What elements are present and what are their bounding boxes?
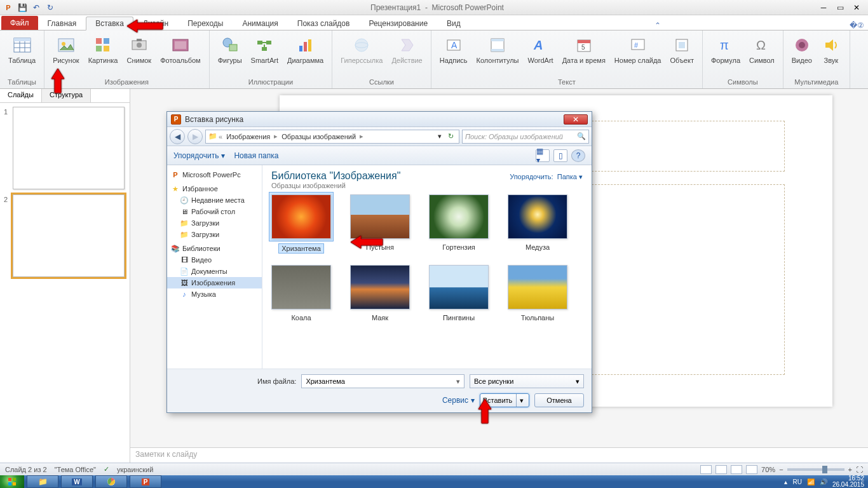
- file-item-tulips[interactable]: Тюльпаны: [508, 265, 567, 322]
- tab-animations[interactable]: Анимация: [233, 16, 287, 30]
- zoom-in-button[interactable]: +: [848, 466, 852, 473]
- tree-videos[interactable]: 🎞Видео: [167, 254, 262, 266]
- breadcrumb-sub[interactable]: Образцы изображений: [279, 133, 358, 140]
- tree-recent-places[interactable]: 🕘Недавние места: [167, 194, 262, 206]
- maximize-button[interactable]: ▭: [832, 2, 848, 13]
- chart-button[interactable]: Диаграмма: [283, 32, 328, 67]
- tree-desktop[interactable]: 🖥Рабочий стол: [167, 206, 262, 217]
- slidenum-button[interactable]: #Номер слайда: [610, 32, 666, 67]
- cancel-button[interactable]: Отмена: [534, 393, 584, 407]
- tab-home[interactable]: Главная: [38, 16, 86, 30]
- slideshow-view-button[interactable]: [746, 465, 757, 474]
- tree-music[interactable]: ♪Музыка: [167, 288, 262, 300]
- spellcheck-icon[interactable]: ✓: [104, 465, 109, 473]
- zoom-fit-button[interactable]: ⛶: [856, 466, 863, 473]
- start-button[interactable]: [0, 475, 24, 488]
- minimize-button[interactable]: ─: [816, 2, 831, 13]
- notes-pane[interactable]: Заметки к слайду: [130, 447, 868, 463]
- file-item-lighthouse[interactable]: Маяк: [350, 265, 410, 322]
- object-button[interactable]: Объект: [666, 32, 698, 67]
- insert-dropdown-icon[interactable]: ▾: [516, 394, 526, 407]
- taskbar-chrome[interactable]: [95, 475, 127, 488]
- help-dialog-button[interactable]: ?: [571, 149, 585, 162]
- nav-back-button[interactable]: ◀: [170, 129, 185, 144]
- preview-pane-button[interactable]: ▯: [553, 149, 567, 162]
- smartart-button[interactable]: SmartArt: [247, 32, 283, 67]
- organize-button[interactable]: Упорядочить ▾: [173, 151, 225, 160]
- tab-transitions[interactable]: Переходы: [178, 16, 233, 30]
- tree-favorites[interactable]: ★Избранное: [167, 180, 262, 194]
- insert-button[interactable]: Вставить▾: [480, 393, 529, 407]
- tray-expand-icon[interactable]: ▴: [784, 478, 787, 485]
- tree-documents[interactable]: 📄Документы: [167, 266, 262, 277]
- tools-button[interactable]: Сервис ▾: [442, 396, 475, 405]
- file-item-jellyfish[interactable]: Медуза: [508, 194, 567, 254]
- tree-recent-app[interactable]: PMicrosoft PowerPc: [167, 169, 262, 180]
- file-item-desert[interactable]: Пустыня: [350, 194, 410, 254]
- normal-view-button[interactable]: [700, 465, 712, 474]
- dialog-close-button[interactable]: ✕: [564, 114, 588, 125]
- hyperlink-button[interactable]: Гиперссылка: [336, 32, 387, 67]
- tree-downloads-2[interactable]: 📁Загрузки: [167, 229, 262, 240]
- zoom-slider[interactable]: [787, 468, 844, 471]
- shapes-button[interactable]: Фигуры: [214, 32, 247, 67]
- reading-view-button[interactable]: [731, 465, 742, 474]
- undo-button[interactable]: ↶: [31, 2, 42, 13]
- action-button[interactable]: Действие: [387, 32, 426, 67]
- breadcrumb-root[interactable]: Изображения: [224, 133, 273, 140]
- file-item-chrysanthemum[interactable]: Хризантема: [271, 194, 331, 254]
- audio-button[interactable]: Звук: [817, 32, 846, 67]
- file-item-koala[interactable]: Коала: [271, 265, 331, 322]
- datetime-button[interactable]: 5Дата и время: [558, 32, 610, 67]
- table-button[interactable]: Таблица: [4, 32, 40, 67]
- headerfooter-button[interactable]: Колонтитулы: [472, 32, 524, 67]
- screenshot-button[interactable]: Снимок: [122, 32, 156, 67]
- sorter-view-button[interactable]: [715, 465, 727, 474]
- textbox-button[interactable]: AНадпись: [435, 32, 472, 67]
- close-button[interactable]: ✕: [849, 2, 864, 13]
- tab-file[interactable]: Файл: [1, 16, 38, 30]
- photoalbum-button[interactable]: Фотоальбом: [156, 32, 205, 67]
- tray-date[interactable]: 26.04.2015: [832, 482, 864, 488]
- zoom-out-button[interactable]: −: [779, 466, 783, 473]
- filetype-filter[interactable]: Все рисунки▾: [470, 374, 584, 388]
- search-input[interactable]: Поиск: Образцы изображений 🔍: [462, 130, 589, 144]
- tab-view[interactable]: Вид: [437, 16, 470, 30]
- tray-volume-icon[interactable]: 🔊: [820, 478, 827, 485]
- tab-review[interactable]: Рецензирование: [359, 16, 437, 30]
- tree-pictures[interactable]: 🖼Изображения: [167, 277, 262, 288]
- status-language[interactable]: украинский: [117, 466, 153, 473]
- slide-thumb-1[interactable]: [13, 107, 125, 189]
- tray-language[interactable]: RU: [792, 478, 801, 485]
- panel-tab-outline[interactable]: Структура: [42, 89, 91, 102]
- zoom-level[interactable]: 70%: [761, 466, 775, 473]
- redo-button[interactable]: ↻: [44, 2, 56, 13]
- newfolder-button[interactable]: Новая папка: [234, 151, 278, 160]
- taskbar-word[interactable]: W: [61, 475, 93, 488]
- picture-button[interactable]: Рисунок: [48, 32, 84, 67]
- ribbon-minimize-icon[interactable]: ⌃: [651, 21, 665, 30]
- save-button[interactable]: 💾: [17, 2, 28, 13]
- wordart-button[interactable]: AWordArt: [524, 32, 558, 67]
- tree-libraries[interactable]: 📚Библиотеки: [167, 240, 262, 254]
- equation-button[interactable]: πФормула: [707, 32, 745, 67]
- tree-downloads-1[interactable]: 📁Загрузки: [167, 217, 262, 229]
- app-icon[interactable]: P: [3, 2, 14, 13]
- panel-tab-slides[interactable]: Слайды: [0, 89, 42, 102]
- video-button[interactable]: Видео: [787, 32, 817, 67]
- tab-slideshow[interactable]: Показ слайдов: [288, 16, 360, 30]
- tab-design[interactable]: Дизайн: [133, 16, 178, 30]
- view-mode-button[interactable]: ▦ ▾: [536, 149, 550, 162]
- file-item-penguins[interactable]: Пингвины: [429, 265, 489, 322]
- nav-forward-button[interactable]: ▶: [187, 129, 203, 144]
- tab-insert[interactable]: Вставка: [86, 17, 133, 30]
- tray-network-icon[interactable]: 📶: [807, 478, 815, 485]
- symbol-button[interactable]: ΩСимвол: [745, 32, 779, 67]
- sort-by[interactable]: Упорядочить: Папка ▾: [510, 173, 583, 181]
- clipart-button[interactable]: Картинка: [84, 32, 123, 67]
- taskbar-explorer[interactable]: 📁: [27, 475, 58, 488]
- filename-input[interactable]: Хризантема▾: [301, 374, 465, 388]
- breadcrumb[interactable]: 📁 « Изображения ▸ Образцы изображений ▸ …: [205, 130, 459, 144]
- refresh-icon[interactable]: ↻: [445, 132, 456, 140]
- taskbar-powerpoint[interactable]: P: [130, 475, 161, 488]
